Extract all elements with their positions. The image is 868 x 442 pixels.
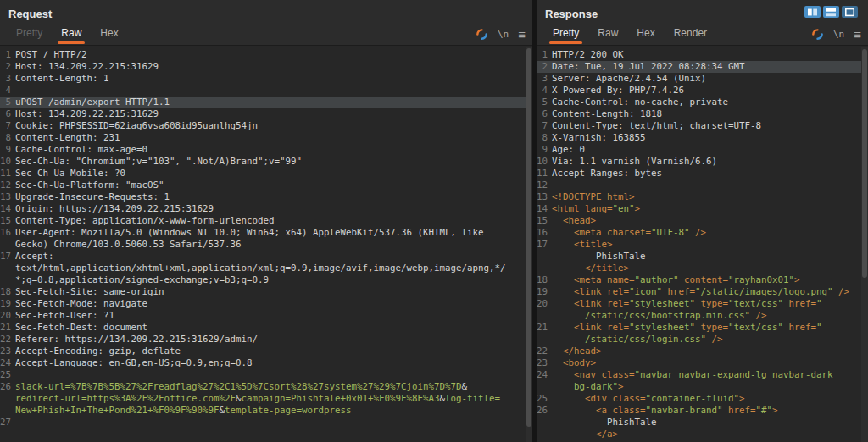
line-number: 2 bbox=[0, 61, 15, 73]
line-text: /static/css/login.css" /> bbox=[552, 334, 868, 345]
line-number: 17 bbox=[0, 251, 15, 262]
line-number: 2 bbox=[537, 61, 552, 73]
line-number bbox=[537, 251, 552, 262]
code-line: 23Accept-Encoding: gzip, deflate bbox=[0, 345, 532, 357]
show-newlines-toggle[interactable]: \n bbox=[498, 30, 509, 39]
line-number: 10 bbox=[537, 156, 552, 168]
line-number: 19 bbox=[537, 286, 552, 298]
tab-render[interactable]: Render bbox=[666, 23, 715, 45]
editor-menu-icon[interactable]: ≡ bbox=[518, 28, 526, 41]
line-text: PhishTale bbox=[552, 417, 868, 428]
tab-hex[interactable]: Hex bbox=[92, 23, 125, 45]
line-number: 5 bbox=[537, 97, 552, 108]
code-line: New+Phish+In+The+Pond%21+%F0%9F%90%9F&te… bbox=[0, 405, 532, 417]
line-number: 15 bbox=[537, 215, 552, 227]
code-line: 21 <link rel="stylesheet" type="text/css… bbox=[537, 322, 868, 334]
code-line: 24Accept-Language: en-GB,en-US;q=0.9,en;… bbox=[0, 357, 532, 369]
line-text: Upgrade-Insecure-Requests: 1 bbox=[15, 191, 532, 203]
syntax-highlighting-icon[interactable] bbox=[476, 28, 488, 41]
request-editor[interactable]: 1POST / HTTP/22Host: 134.209.22.215:3162… bbox=[0, 46, 532, 442]
response-tab-bar: PrettyRawHexRender \n ≡ bbox=[537, 24, 868, 46]
code-line: 24 <nav class="navbar navbar-expand-lg n… bbox=[537, 369, 868, 381]
code-line: 22Referer: https://134.209.22.215:31629/… bbox=[0, 334, 532, 345]
line-number bbox=[537, 428, 552, 440]
line-text: Accept-Language: en-GB,en-US;q=0.9,en;q=… bbox=[15, 357, 532, 369]
line-text: uPOST /admin/export HTTP/1.1 bbox=[15, 97, 532, 108]
editor-menu-icon[interactable]: ≡ bbox=[854, 28, 861, 41]
response-editor[interactable]: 1HTTP/2 200 OK2Date: Tue, 19 Jul 2022 08… bbox=[537, 46, 868, 442]
code-line: 2Date: Tue, 19 Jul 2022 08:28:34 GMT bbox=[537, 61, 868, 73]
code-line: 26slack-url=%7B%7B%5B%27%2Freadflag%27%2… bbox=[0, 381, 532, 393]
line-text: <link rel="stylesheet" type="text/css" h… bbox=[552, 322, 868, 334]
line-number bbox=[537, 310, 552, 322]
code-line: 1HTTP/2 200 OK bbox=[537, 49, 868, 61]
layout-combined-button[interactable] bbox=[842, 6, 858, 18]
line-text: Host: 134.209.22.215:31629 bbox=[15, 61, 532, 73]
syntax-highlighting-icon[interactable] bbox=[811, 28, 824, 41]
line-text: Referer: https://134.209.22.215:31629/ad… bbox=[15, 334, 532, 345]
layout-rows-button[interactable] bbox=[823, 6, 839, 18]
code-line: text/html,application/xhtml+xml,applicat… bbox=[0, 262, 532, 274]
line-number: 11 bbox=[0, 168, 15, 180]
line-text: HTTP/2 200 OK bbox=[552, 49, 868, 61]
line-number: 24 bbox=[0, 357, 15, 369]
line-number: 14 bbox=[0, 203, 15, 215]
line-number: 3 bbox=[537, 73, 552, 85]
request-header: Request PrettyRawHex \n ≡ bbox=[0, 0, 532, 46]
code-line: 12Sec-Ch-Ua-Platform: "macOS" bbox=[0, 180, 532, 191]
code-line: 21Sec-Fetch-Dest: document bbox=[0, 322, 532, 334]
response-header: Response PrettyRawHexRender \n bbox=[537, 0, 868, 46]
code-line: 26 <a class="navbar-brand" href="#"> bbox=[537, 405, 868, 417]
response-scrollbar-thumb[interactable] bbox=[862, 49, 867, 278]
code-line: 7Content-Type: text/html; charset=UTF-8 bbox=[537, 120, 868, 132]
line-number: 26 bbox=[0, 381, 15, 393]
code-line: 18 <meta name="author" content="rayhan0x… bbox=[537, 274, 868, 286]
tab-pretty[interactable]: Pretty bbox=[545, 23, 587, 45]
tab-raw[interactable]: Raw bbox=[590, 23, 626, 45]
code-line: 20Sec-Fetch-User: ?1 bbox=[0, 310, 532, 322]
line-text: Sec-Fetch-User: ?1 bbox=[15, 310, 532, 322]
code-line: 8Content-Length: 231 bbox=[0, 132, 532, 144]
line-text: Content-Type: text/html; charset=UTF-8 bbox=[552, 120, 868, 132]
request-panel: Request PrettyRawHex \n ≡ 1POST / HTTP/2… bbox=[0, 0, 532, 442]
line-text: <a class="navbar-brand" href="#"> bbox=[552, 405, 868, 417]
line-text: Content-Length: 231 bbox=[15, 132, 532, 144]
code-line: 15Content-Type: application/x-www-form-u… bbox=[0, 215, 532, 227]
line-text: Sec-Fetch-Dest: document bbox=[15, 322, 532, 334]
response-scrollbar[interactable] bbox=[861, 47, 868, 442]
line-text: Date: Tue, 19 Jul 2022 08:28:34 GMT bbox=[552, 61, 868, 73]
request-scrollbar-thumb[interactable] bbox=[526, 48, 531, 427]
line-text: Sec-Ch-Ua-Mobile: ?0 bbox=[15, 168, 532, 180]
tab-hex[interactable]: Hex bbox=[629, 23, 662, 45]
line-number: 14 bbox=[537, 203, 552, 215]
burp-message-editor: Request PrettyRawHex \n ≡ 1POST / HTTP/2… bbox=[0, 0, 868, 442]
line-number: 25 bbox=[537, 393, 552, 405]
line-number: 15 bbox=[0, 215, 15, 227]
line-text: <body> bbox=[552, 357, 868, 369]
code-line: 23 <body> bbox=[537, 357, 868, 369]
code-line: 25 bbox=[0, 369, 532, 381]
line-text: Origin: https://134.209.22.215:31629 bbox=[15, 203, 532, 215]
tab-raw[interactable]: Raw bbox=[53, 23, 89, 45]
line-number: 17 bbox=[537, 239, 552, 251]
show-newlines-toggle[interactable]: \n bbox=[833, 30, 844, 39]
code-line: 11Sec-Ch-Ua-Mobile: ?0 bbox=[0, 168, 532, 180]
line-number: 23 bbox=[537, 357, 552, 369]
request-tabs: PrettyRawHex bbox=[7, 23, 128, 45]
line-number bbox=[537, 381, 552, 393]
editor-layout-controls bbox=[804, 6, 858, 18]
line-text bbox=[15, 85, 532, 97]
code-line: 10Via: 1.1 varnish (Varnish/6.6) bbox=[537, 156, 868, 168]
line-text: <link rel="stylesheet" type="text/css" h… bbox=[552, 298, 868, 310]
code-line: 11Accept-Ranges: bytes bbox=[537, 168, 868, 180]
request-scrollbar[interactable] bbox=[526, 47, 532, 442]
line-number bbox=[537, 417, 552, 428]
code-line: 6Host: 134.209.22.215:31629 bbox=[0, 108, 532, 120]
response-tabs: PrettyRawHexRender bbox=[543, 23, 716, 45]
line-text: <meta name="author" content="rayhan0x01"… bbox=[552, 274, 868, 286]
line-number: 12 bbox=[537, 180, 552, 191]
code-line: 4X-Powered-By: PHP/7.4.26 bbox=[537, 85, 868, 97]
line-number: 24 bbox=[537, 369, 552, 381]
layout-columns-button[interactable] bbox=[804, 6, 821, 18]
line-text: Cache-Control: no-cache, private bbox=[552, 97, 868, 108]
